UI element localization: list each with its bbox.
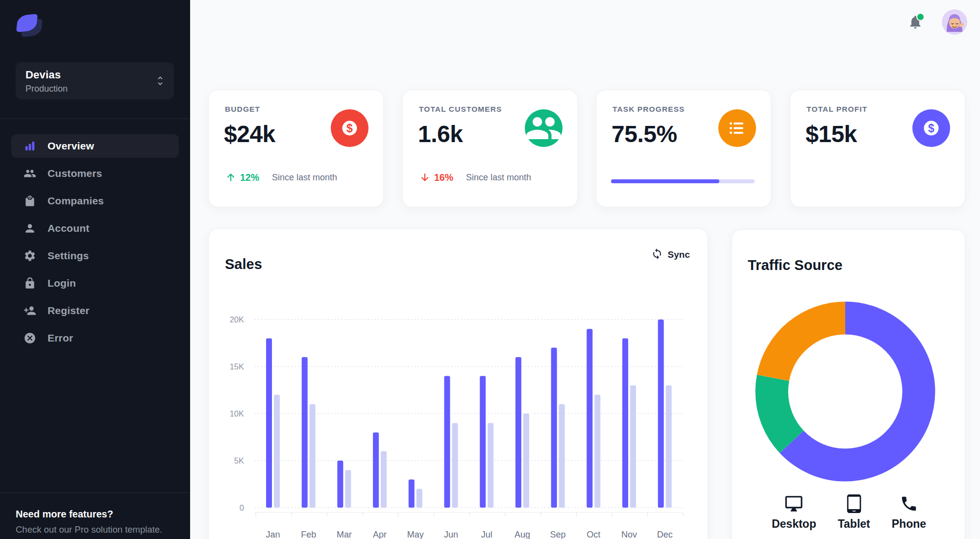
workspace-environment: Production — [25, 84, 165, 94]
x-axis-month-label: Sep — [550, 530, 566, 539]
svg-text:$: $ — [928, 122, 934, 135]
bar-this-year-Aug — [515, 357, 521, 508]
workspace-name: Devias — [25, 69, 165, 81]
sidebar-item-register[interactable]: Register — [11, 299, 179, 322]
bar-this-year-Dec — [658, 319, 664, 508]
x-axis-month-label: Oct — [587, 530, 600, 539]
nav-item-label: Login — [48, 277, 76, 289]
nav-item-label: Settings — [48, 250, 89, 262]
x-axis-month-label: Mar — [337, 530, 352, 539]
shopping-bag-icon — [24, 195, 36, 207]
sidebar-nav: Overview Customers Companies Account Set… — [11, 134, 179, 354]
bar-last-year-May — [416, 489, 422, 508]
phone-icon — [900, 494, 918, 513]
stat-value: $24k — [224, 121, 275, 147]
sidebar-item-account[interactable]: Account — [11, 217, 179, 240]
bar-last-year-Feb — [310, 404, 316, 508]
users-solid-icon — [525, 109, 563, 147]
sidebar-footer-divider — [0, 492, 190, 493]
bar-last-year-Jun — [452, 423, 458, 508]
svg-text:$: $ — [346, 122, 353, 135]
trend-caption: Since last month — [272, 172, 337, 183]
avatar-memoji — [942, 9, 967, 35]
bar-last-year-Dec — [666, 385, 672, 508]
workspace-selector[interactable]: Devias Production — [16, 62, 174, 99]
nav-item-label: Account — [48, 222, 89, 234]
user-icon — [24, 222, 36, 235]
x-axis-month-label: Feb — [301, 530, 316, 539]
traffic-legend: DesktopTabletPhone — [732, 494, 966, 531]
y-axis-tick: 10K — [230, 409, 244, 418]
sidebar-item-overview[interactable]: Overview — [11, 134, 179, 158]
sync-button[interactable]: Sync — [648, 247, 693, 262]
stat-label: TOTAL CUSTOMERS — [419, 105, 502, 114]
stat-label: TOTAL PROFIT — [807, 105, 867, 114]
stat-trend-row: 16%Since last month — [419, 172, 531, 183]
stat-value: $15k — [806, 121, 857, 147]
bar-this-year-May — [409, 479, 415, 508]
search-button[interactable] — [213, 14, 230, 30]
bar-last-year-Apr — [381, 451, 387, 508]
sales-bar-chart: 20K15K10K5K0JanFebMarAprMayJunJulAugSepO… — [209, 229, 709, 539]
devias-logo-icon — [16, 14, 48, 42]
legend-item-phone: Phone — [892, 494, 926, 531]
contacts-button[interactable] — [872, 14, 889, 30]
stat-card-budget: BUDGET $24k $ 12%Since last month — [208, 90, 384, 207]
sidebar-item-login[interactable]: Login — [11, 271, 179, 295]
x-axis-month-label: Jan — [266, 530, 280, 539]
bar-last-year-Sep — [559, 404, 565, 508]
traffic-source-card: Traffic Source DesktopTabletPhone — [732, 229, 965, 539]
trend-percent: 12% — [240, 172, 259, 183]
x-axis-month-label: Aug — [514, 530, 530, 539]
nav-item-label: Companies — [48, 195, 104, 207]
sales-title: Sales — [225, 256, 262, 272]
bar-this-year-Sep — [551, 348, 557, 508]
y-axis-tick: 15K — [230, 362, 244, 371]
bar-this-year-Nov — [622, 338, 628, 508]
sidebar: Devias Production Overview Customers Com… — [0, 0, 190, 539]
traffic-source-title: Traffic Source — [748, 257, 842, 273]
notifications-button[interactable] — [907, 14, 923, 30]
sidebar-footer-subtitle: Check out our Pro solution template. — [16, 524, 162, 535]
x-circle-icon — [24, 332, 36, 344]
x-axis-month-label: Apr — [373, 530, 387, 539]
y-axis-tick: 5K — [234, 456, 244, 465]
legend-item-tablet: Tablet — [838, 494, 870, 531]
nav-item-label: Overview — [48, 140, 94, 152]
bar-last-year-Jul — [488, 423, 493, 508]
x-axis-month-label: Dec — [657, 530, 673, 539]
tablet-icon — [845, 494, 863, 513]
sidebar-item-settings[interactable]: Settings — [11, 244, 179, 268]
sidebar-item-companies[interactable]: Companies — [11, 189, 179, 213]
gear-icon — [24, 249, 36, 262]
user-avatar[interactable] — [942, 9, 967, 35]
y-axis-tick: 0 — [240, 503, 244, 512]
sidebar-item-error[interactable]: Error — [11, 326, 179, 350]
bar-last-year-Jan — [274, 395, 280, 508]
user-plus-icon — [24, 304, 36, 317]
stat-value: 75.5% — [612, 121, 677, 147]
x-axis-month-label: Nov — [621, 530, 637, 539]
sidebar-footer-title: Need more features? — [16, 509, 113, 520]
desktop-icon — [784, 494, 803, 513]
unfold-chevrons-icon — [154, 75, 166, 87]
nav-item-label: Customers — [48, 168, 102, 179]
traffic-donut-chart — [755, 301, 936, 482]
list-icon — [718, 109, 756, 147]
bar-this-year-Oct — [587, 329, 592, 508]
dollar-icon: $ — [331, 109, 368, 147]
legend-label: Tablet — [838, 517, 870, 531]
chart-bar-icon — [24, 140, 36, 152]
y-axis-tick: 20K — [230, 315, 244, 324]
sync-refresh-icon — [651, 248, 663, 261]
legend-item-desktop: Desktop — [772, 494, 816, 531]
bar-this-year-Feb — [302, 357, 308, 508]
legend-label: Desktop — [772, 517, 816, 531]
sidebar-divider — [0, 119, 190, 119]
sidebar-item-customers[interactable]: Customers — [11, 162, 179, 185]
trend-down-arrow-icon — [419, 172, 431, 183]
dashboard-page: Devias Production Overview Customers Com… — [0, 0, 980, 539]
bar-last-year-Nov — [630, 385, 636, 508]
notification-dot — [916, 13, 925, 21]
bar-last-year-Mar — [345, 470, 351, 508]
